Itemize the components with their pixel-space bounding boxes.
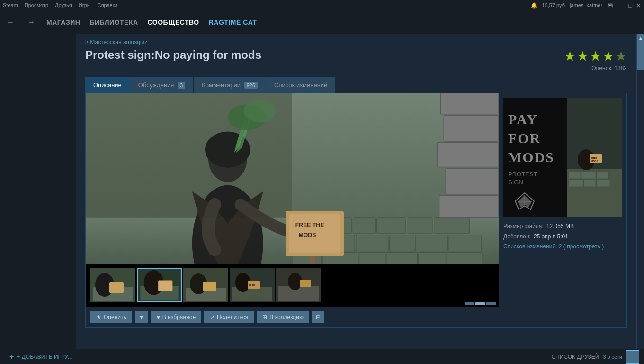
menu-games[interactable]: Игры (79, 2, 91, 8)
collection-icon: ⊞ (262, 314, 267, 320)
thumbnail-5[interactable] (276, 268, 321, 302)
nav-library[interactable]: БИБЛИОТЕКА (89, 18, 138, 26)
rate-button[interactable]: ★ Оценить (90, 311, 132, 323)
menu-view[interactable]: Просмотр (25, 2, 48, 8)
game-scene-svg: FREE THE MODS (86, 93, 499, 264)
tab-description[interactable]: Описание (85, 77, 130, 93)
image-area: FREE THE MODS (86, 93, 499, 327)
forward-button[interactable]: → (26, 16, 37, 28)
svg-text:SIGN: SIGN (508, 179, 523, 186)
scroll-dot-3 (486, 302, 496, 305)
favorite-button[interactable]: ♥ В избранное (151, 311, 201, 323)
friends-list[interactable]: СПИСОК ДРУЗЕЙ 3 в сети (551, 350, 639, 364)
add-icon: + (9, 353, 14, 361)
friends-online-count: 3 в сети (603, 354, 622, 360)
nav-store[interactable]: МАГАЗИН (46, 18, 80, 26)
scroll-dot-1 (465, 302, 474, 305)
minimize-button[interactable]: — (618, 2, 625, 9)
file-added-row: Добавлен: 25 апр в 5:01 (503, 232, 622, 242)
thumbnail-3[interactable] (183, 268, 228, 302)
notification-icon[interactable]: 🔔 (531, 2, 537, 9)
svg-rect-14 (449, 235, 481, 251)
tab-comments[interactable]: Комментарии 926 (194, 77, 266, 93)
left-sidebar (0, 34, 76, 364)
title-rating-row: Protest sign:No paying for mods ★ ★ ★ ★ … (85, 48, 627, 72)
star-4: ★ (602, 48, 614, 64)
breadcrumb[interactable]: > Мастерская amusquiz (85, 39, 627, 46)
svg-rect-53 (203, 282, 216, 291)
rate-down-button[interactable]: ▼ (135, 311, 148, 323)
thumbnail-4[interactable]: FREE (230, 268, 275, 302)
svg-rect-49 (158, 281, 172, 291)
svg-text:MODS: MODS (299, 232, 316, 238)
file-size-row: Размер файла: 12.055 MB (503, 221, 622, 232)
svg-rect-17 (359, 252, 385, 264)
navigation-bar: ← → МАГАЗИН БИБЛИОТЕКА СООБЩЕСТВО RAGTIM… (0, 10, 644, 34)
svg-text:FREE THE: FREE THE (295, 222, 324, 228)
thumbnail-2[interactable] (137, 268, 182, 302)
action-bar: ★ Оценить ▼ ♥ В избранное ↗ Поделиться (86, 307, 499, 327)
thumbnail-1[interactable] (90, 268, 135, 302)
thumbnail-scrollbar[interactable] (465, 302, 496, 305)
svg-rect-38 (446, 168, 499, 194)
file-added-value: 25 апр в 5:01 (534, 232, 568, 242)
title-bar: Steam Просмотр Друзья Игры Справка 🔔 15,… (0, 0, 644, 10)
svg-text:FREE: FREE (249, 284, 255, 287)
main-screenshot[interactable]: FREE THE MODS (86, 93, 499, 264)
close-button[interactable]: ✕ (636, 2, 641, 9)
menu-steam[interactable]: Steam (3, 2, 18, 8)
menu-help[interactable]: Справка (98, 2, 118, 8)
workshop-body: FREE THE MODS (85, 93, 627, 328)
svg-text:FOR: FOR (508, 130, 541, 146)
menu-friends[interactable]: Друзья (55, 2, 72, 8)
svg-rect-83 (569, 180, 583, 187)
rating-block: ★ ★ ★ ★ ★ Оценок: 1382 (564, 48, 627, 72)
collection-button[interactable]: ⊞ В коллекцию (257, 311, 309, 323)
add-game-label: + ДОБАВИТЬ ИГРУ... (17, 354, 72, 360)
friends-avatar[interactable] (626, 350, 639, 364)
share-button[interactable]: ↗ Поделиться (204, 311, 254, 323)
svg-point-41 (244, 99, 276, 122)
svg-text:MODS: MODS (591, 160, 599, 163)
nav-community[interactable]: СООБЩЕСТВО (148, 18, 199, 26)
changelog-view-link[interactable]: ( просмотреть ) (564, 243, 604, 250)
svg-rect-80 (569, 172, 581, 179)
changelog-link[interactable]: Списков изменений: 2 ( просмотреть ) (503, 242, 604, 252)
back-button[interactable]: ← (5, 16, 16, 28)
svg-rect-8 (434, 218, 470, 234)
mod-preview-image: PAY FOR MODS PROTEST SIGN (503, 98, 622, 217)
svg-rect-36 (444, 115, 499, 141)
scroll-thumb[interactable] (637, 42, 644, 70)
scroll-up-button[interactable]: ▲ (637, 34, 644, 42)
titlebar-right: 🔔 15,57 руб james_kattner 🎮 — □ ✕ (531, 2, 641, 9)
svg-rect-39 (439, 195, 499, 217)
maximize-button[interactable]: □ (628, 2, 632, 9)
svg-rect-62 (300, 280, 311, 287)
scroll-track[interactable] (637, 42, 644, 356)
content-row: FREE THE MODS (86, 93, 626, 327)
username-display[interactable]: james_kattner (570, 2, 602, 8)
star-2: ★ (577, 48, 589, 64)
page-scrollbar[interactable]: ▲ ▼ (636, 34, 644, 364)
svg-rect-5 (353, 218, 376, 234)
svg-text:PROTEST: PROTEST (508, 171, 537, 178)
svg-rect-7 (407, 218, 433, 234)
tab-discussions[interactable]: Обсуждения 3 (130, 77, 193, 93)
file-info: Размер файла: 12.055 MB Добавлен: 25 апр… (503, 221, 622, 252)
add-game-button[interactable]: + + ДОБАВИТЬ ИГРУ... (5, 349, 77, 364)
tab-changelog[interactable]: Список изменений (266, 77, 335, 93)
comments-badge: 926 (244, 82, 258, 89)
file-size-value: 12.055 MB (546, 221, 574, 232)
svg-text:MODS: MODS (508, 149, 555, 165)
svg-rect-33 (310, 256, 315, 264)
nav-username[interactable]: RAGTIME CAT (209, 18, 257, 26)
thumbnail-strip: FREE (86, 264, 499, 307)
svg-rect-81 (581, 172, 596, 179)
more-button[interactable]: ⊟ (312, 311, 324, 323)
svg-text:PAY: PAY (508, 111, 538, 127)
svg-rect-35 (440, 93, 499, 114)
rating-count: Оценок: 1382 (591, 65, 627, 72)
svg-rect-82 (597, 172, 608, 179)
favorite-icon: ♥ (157, 314, 160, 320)
star-5: ★ (615, 48, 627, 64)
